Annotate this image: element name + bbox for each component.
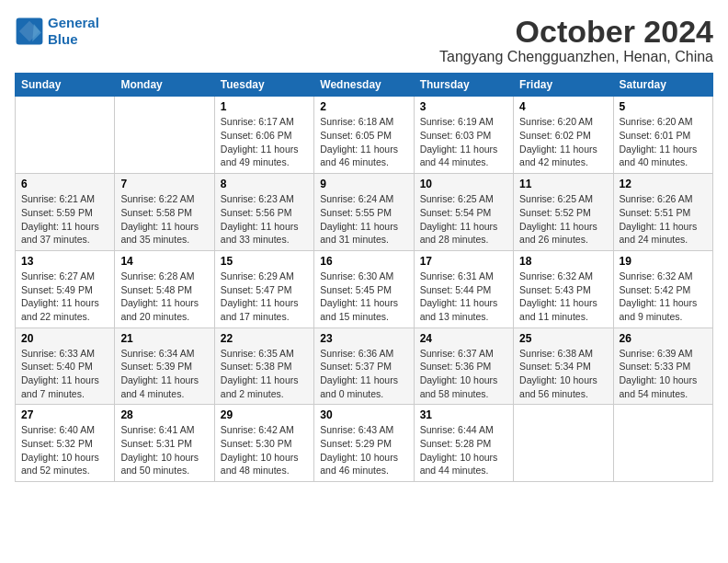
calendar-cell: 15 Sunrise: 6:29 AMSunset: 5:47 PMDaylig…: [214, 250, 313, 327]
day-number: 14: [120, 255, 208, 268]
day-detail: Sunrise: 6:34 AMSunset: 5:39 PMDaylight:…: [120, 348, 199, 399]
day-number: 19: [620, 255, 707, 268]
day-number: 10: [420, 178, 507, 190]
day-detail: Sunrise: 6:41 AMSunset: 5:31 PMDaylight:…: [120, 424, 199, 476]
logo-text: General Blue: [48, 15, 99, 48]
main-title: October 2024: [439, 15, 713, 49]
day-detail: Sunrise: 6:27 AMSunset: 5:49 PMDaylight:…: [21, 270, 99, 322]
calendar-cell: 8 Sunrise: 6:23 AMSunset: 5:56 PMDayligh…: [214, 174, 313, 251]
day-number: 22: [221, 332, 308, 345]
day-detail: Sunrise: 6:21 AMSunset: 5:59 PMDaylight:…: [21, 193, 99, 245]
day-number: 2: [320, 100, 407, 113]
day-detail: Sunrise: 6:35 AMSunset: 5:38 PMDaylight:…: [221, 348, 299, 399]
header-tuesday: Tuesday: [214, 74, 313, 97]
calendar-cell: [514, 405, 613, 482]
calendar-cell: 4 Sunrise: 6:20 AMSunset: 6:02 PMDayligh…: [514, 97, 613, 174]
day-number: 11: [519, 178, 607, 190]
day-number: 9: [320, 178, 407, 190]
day-detail: Sunrise: 6:29 AMSunset: 5:47 PMDaylight:…: [221, 270, 299, 322]
header-monday: Monday: [115, 74, 214, 97]
calendar-cell: 31 Sunrise: 6:44 AMSunset: 5:28 PMDaylig…: [414, 405, 513, 482]
day-detail: Sunrise: 6:28 AMSunset: 5:48 PMDaylight:…: [120, 270, 199, 322]
calendar-cell: [115, 97, 214, 174]
day-number: 31: [420, 408, 507, 421]
day-detail: Sunrise: 6:18 AMSunset: 6:05 PMDaylight:…: [320, 116, 398, 167]
calendar-cell: 5 Sunrise: 6:20 AMSunset: 6:01 PMDayligh…: [613, 97, 712, 174]
header-friday: Friday: [514, 74, 613, 97]
day-detail: Sunrise: 6:19 AMSunset: 6:03 PMDaylight:…: [420, 116, 498, 167]
day-detail: Sunrise: 6:39 AMSunset: 5:33 PMDaylight:…: [620, 348, 698, 399]
day-number: 21: [120, 332, 208, 345]
day-number: 1: [221, 100, 308, 113]
day-detail: Sunrise: 6:23 AMSunset: 5:56 PMDaylight:…: [221, 193, 299, 245]
calendar-week-row: 27 Sunrise: 6:40 AMSunset: 5:32 PMDaylig…: [16, 405, 713, 482]
day-detail: Sunrise: 6:30 AMSunset: 5:45 PMDaylight:…: [320, 270, 398, 322]
day-number: 20: [21, 332, 108, 345]
calendar-cell: 14 Sunrise: 6:28 AMSunset: 5:48 PMDaylig…: [115, 250, 214, 327]
calendar-cell: 23 Sunrise: 6:36 AMSunset: 5:37 PMDaylig…: [314, 327, 414, 405]
logo: General Blue: [15, 15, 99, 48]
calendar-cell: 11 Sunrise: 6:25 AMSunset: 5:52 PMDaylig…: [514, 174, 613, 251]
day-number: 26: [620, 332, 707, 345]
day-detail: Sunrise: 6:22 AMSunset: 5:58 PMDaylight:…: [120, 193, 199, 245]
day-number: 6: [21, 178, 108, 190]
day-number: 25: [519, 332, 607, 345]
calendar-cell: 19 Sunrise: 6:32 AMSunset: 5:42 PMDaylig…: [613, 250, 712, 327]
calendar-cell: 9 Sunrise: 6:24 AMSunset: 5:55 PMDayligh…: [314, 174, 414, 251]
day-number: 29: [221, 408, 308, 421]
calendar-cell: 12 Sunrise: 6:26 AMSunset: 5:51 PMDaylig…: [613, 174, 712, 251]
day-detail: Sunrise: 6:37 AMSunset: 5:36 PMDaylight:…: [420, 348, 498, 399]
calendar-cell: 17 Sunrise: 6:31 AMSunset: 5:44 PMDaylig…: [414, 250, 513, 327]
day-detail: Sunrise: 6:17 AMSunset: 6:06 PMDaylight:…: [221, 116, 299, 167]
calendar-cell: 7 Sunrise: 6:22 AMSunset: 5:58 PMDayligh…: [115, 174, 214, 251]
day-detail: Sunrise: 6:20 AMSunset: 6:01 PMDaylight:…: [620, 116, 698, 167]
calendar-cell: 27 Sunrise: 6:40 AMSunset: 5:32 PMDaylig…: [16, 405, 115, 482]
calendar-cell: 28 Sunrise: 6:41 AMSunset: 5:31 PMDaylig…: [115, 405, 214, 482]
calendar-table: SundayMondayTuesdayWednesdayThursdayFrid…: [15, 73, 713, 482]
day-number: 24: [420, 332, 507, 345]
page-header: General Blue October 2024 Tangyang Cheng…: [15, 15, 713, 65]
day-detail: Sunrise: 6:32 AMSunset: 5:42 PMDaylight:…: [620, 270, 698, 322]
calendar-cell: 16 Sunrise: 6:30 AMSunset: 5:45 PMDaylig…: [314, 250, 414, 327]
calendar-cell: 26 Sunrise: 6:39 AMSunset: 5:33 PMDaylig…: [613, 327, 712, 405]
header-saturday: Saturday: [613, 74, 712, 97]
logo-icon: [15, 17, 44, 46]
calendar-cell: 6 Sunrise: 6:21 AMSunset: 5:59 PMDayligh…: [16, 174, 115, 251]
calendar-cell: [613, 405, 712, 482]
day-detail: Sunrise: 6:33 AMSunset: 5:40 PMDaylight:…: [21, 348, 99, 399]
calendar-week-row: 20 Sunrise: 6:33 AMSunset: 5:40 PMDaylig…: [16, 327, 713, 405]
calendar-week-row: 13 Sunrise: 6:27 AMSunset: 5:49 PMDaylig…: [16, 250, 713, 327]
calendar-cell: 29 Sunrise: 6:42 AMSunset: 5:30 PMDaylig…: [214, 405, 313, 482]
day-number: 7: [120, 178, 208, 190]
day-number: 16: [320, 255, 407, 268]
day-detail: Sunrise: 6:38 AMSunset: 5:34 PMDaylight:…: [519, 348, 597, 399]
calendar-week-row: 1 Sunrise: 6:17 AMSunset: 6:06 PMDayligh…: [16, 97, 713, 174]
day-detail: Sunrise: 6:31 AMSunset: 5:44 PMDaylight:…: [420, 270, 498, 322]
day-number: 23: [320, 332, 407, 345]
subtitle: Tangyang Chengguanzhen, Henan, China: [439, 49, 713, 65]
day-number: 3: [420, 100, 507, 113]
header-wednesday: Wednesday: [314, 74, 414, 97]
calendar-cell: 22 Sunrise: 6:35 AMSunset: 5:38 PMDaylig…: [214, 327, 313, 405]
day-detail: Sunrise: 6:32 AMSunset: 5:43 PMDaylight:…: [519, 270, 597, 322]
header-thursday: Thursday: [414, 74, 513, 97]
day-number: 15: [221, 255, 308, 268]
day-detail: Sunrise: 6:25 AMSunset: 5:52 PMDaylight:…: [519, 193, 597, 245]
day-detail: Sunrise: 6:44 AMSunset: 5:28 PMDaylight:…: [420, 424, 498, 476]
day-number: 28: [120, 408, 208, 421]
day-number: 13: [21, 255, 108, 268]
calendar-cell: 13 Sunrise: 6:27 AMSunset: 5:49 PMDaylig…: [16, 250, 115, 327]
day-number: 18: [519, 255, 607, 268]
day-number: 5: [620, 100, 707, 113]
day-detail: Sunrise: 6:42 AMSunset: 5:30 PMDaylight:…: [221, 424, 299, 476]
day-detail: Sunrise: 6:20 AMSunset: 6:02 PMDaylight:…: [519, 116, 597, 167]
calendar-cell: 10 Sunrise: 6:25 AMSunset: 5:54 PMDaylig…: [414, 174, 513, 251]
day-number: 8: [221, 178, 308, 190]
day-detail: Sunrise: 6:43 AMSunset: 5:29 PMDaylight:…: [320, 424, 398, 476]
day-number: 4: [519, 100, 607, 113]
day-detail: Sunrise: 6:25 AMSunset: 5:54 PMDaylight:…: [420, 193, 498, 245]
calendar-cell: 2 Sunrise: 6:18 AMSunset: 6:05 PMDayligh…: [314, 97, 414, 174]
calendar-cell: 20 Sunrise: 6:33 AMSunset: 5:40 PMDaylig…: [16, 327, 115, 405]
calendar-cell: 25 Sunrise: 6:38 AMSunset: 5:34 PMDaylig…: [514, 327, 613, 405]
calendar-cell: 21 Sunrise: 6:34 AMSunset: 5:39 PMDaylig…: [115, 327, 214, 405]
